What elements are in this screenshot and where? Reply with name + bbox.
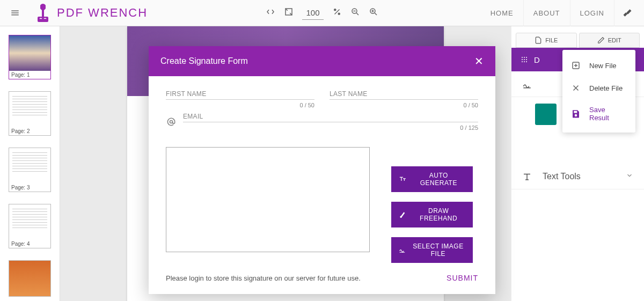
- last-name-input[interactable]: [330, 99, 478, 100]
- svg-point-11: [526, 59, 527, 60]
- fit-width-icon[interactable]: [266, 7, 275, 19]
- thumbnail-panel: Page: 1 Page: 2 Page: 3 Page: 4: [0, 26, 60, 301]
- modal-title: Create Signature Form: [160, 56, 248, 66]
- first-name-label: FIRST NAME: [166, 90, 314, 98]
- zoom-in-icon[interactable]: [369, 7, 378, 19]
- zoom-input[interactable]: [302, 6, 324, 20]
- svg-rect-0: [38, 17, 48, 22]
- svg-point-12: [522, 61, 523, 62]
- last-name-label: LAST NAME: [330, 90, 478, 98]
- thumb-label: Page: 4: [9, 240, 50, 248]
- counter: 0 / 125: [183, 124, 478, 131]
- delete-icon: [571, 83, 581, 93]
- top-nav: HOME ABOUT LOGIN: [481, 0, 640, 26]
- menu-new-file[interactable]: New File: [562, 54, 635, 77]
- menu-icon[interactable]: [4, 2, 26, 24]
- login-note: Please login to store this signature on …: [166, 274, 361, 282]
- tab-edit[interactable]: EDIT: [579, 33, 640, 48]
- svg-point-3: [338, 13, 341, 16]
- signature-canvas[interactable]: [166, 147, 370, 252]
- nav-login[interactable]: LOGIN: [570, 0, 614, 26]
- zoom-out-icon[interactable]: [350, 7, 360, 19]
- first-name-input[interactable]: [166, 99, 314, 100]
- logo-text: PDF WRENCH: [57, 6, 148, 20]
- tab-file[interactable]: FILE: [516, 33, 577, 48]
- fit-page-icon[interactable]: [284, 7, 294, 19]
- nav-about[interactable]: ABOUT: [523, 0, 570, 26]
- thumbnail-2[interactable]: Page: 2: [9, 91, 51, 136]
- image-signature-icon: [399, 246, 406, 254]
- thumbnail-1[interactable]: Page: 1: [9, 35, 51, 79]
- nav-home[interactable]: HOME: [481, 0, 523, 26]
- draw-freehand-button[interactable]: DRAW FREEHAND: [391, 202, 473, 227]
- wrench-icon: [34, 3, 52, 23]
- grid-icon: [520, 55, 529, 64]
- signature-modal: Create Signature Form ✕ FIRST NAME 0 / 5…: [149, 46, 495, 294]
- file-icon: [535, 36, 542, 44]
- thumbnail-3[interactable]: Page: 3: [9, 148, 51, 192]
- submit-button[interactable]: SUBMIT: [447, 274, 478, 282]
- chevron-down-icon: [626, 172, 633, 181]
- modal-header: Create Signature Form ✕: [149, 46, 495, 76]
- email-label: EMAIL: [183, 113, 478, 120]
- thumb-label: Page: 2: [9, 127, 50, 135]
- counter: 0 / 50: [330, 102, 478, 108]
- thumbnail-5[interactable]: [9, 260, 51, 297]
- select-image-button[interactable]: SELECT IMAGE FILE: [391, 237, 473, 263]
- text-fields-icon: [399, 175, 407, 183]
- close-icon[interactable]: ✕: [474, 55, 484, 68]
- svg-point-10: [524, 59, 525, 60]
- svg-point-8: [526, 57, 527, 58]
- thumb-label: Page: 3: [9, 183, 50, 192]
- brush-icon: [399, 210, 406, 219]
- auto-generate-button[interactable]: AUTO GENERATE: [391, 166, 473, 192]
- zoom-toolbar: [266, 6, 378, 20]
- svg-point-7: [524, 57, 525, 58]
- tools-icon[interactable]: [614, 0, 640, 26]
- right-sidebar: FILE EDIT D age Text Tools: [511, 26, 644, 301]
- text-icon: [522, 172, 532, 181]
- top-bar: PDF WRENCH HOME ABOUT LOGIN: [0, 0, 644, 26]
- logo[interactable]: PDF WRENCH: [34, 3, 148, 23]
- signature-icon: [522, 79, 532, 89]
- signature-tool-button[interactable]: [535, 104, 557, 125]
- pencil-icon: [597, 36, 605, 44]
- thumbnail-4[interactable]: Page: 4: [9, 204, 51, 248]
- save-icon: [571, 109, 581, 119]
- percent-icon: [332, 7, 342, 19]
- menu-delete-file[interactable]: Delete File: [562, 77, 635, 99]
- thumb-label: Page: 1: [9, 71, 50, 79]
- email-input[interactable]: [183, 121, 478, 122]
- svg-point-6: [522, 57, 523, 58]
- svg-point-14: [526, 61, 527, 62]
- counter: 0 / 50: [166, 102, 314, 108]
- svg-point-13: [524, 61, 525, 62]
- svg-point-9: [522, 59, 523, 60]
- menu-save-result[interactable]: Save Result: [562, 99, 635, 128]
- file-menu: New File Delete File Save Result: [562, 50, 635, 133]
- plus-file-icon: [571, 61, 581, 70]
- svg-point-2: [334, 9, 336, 11]
- text-tools-section[interactable]: Text Tools: [511, 164, 644, 189]
- at-icon: [166, 116, 177, 127]
